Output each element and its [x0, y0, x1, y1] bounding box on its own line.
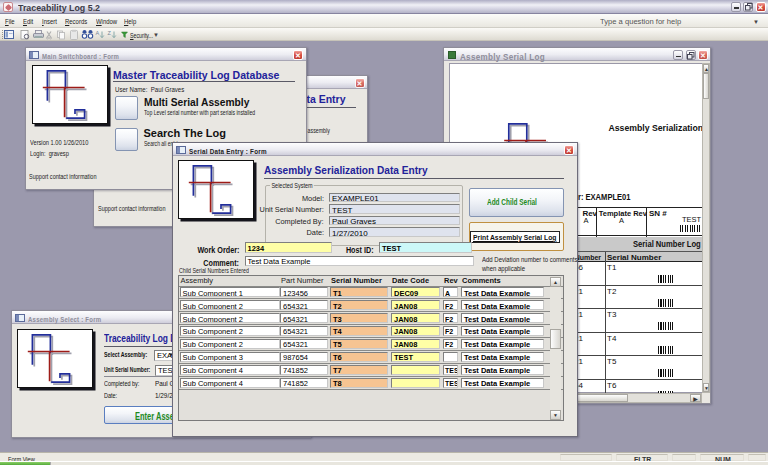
- svg-text:A: A: [96, 30, 100, 36]
- svg-text:Z: Z: [108, 30, 112, 36]
